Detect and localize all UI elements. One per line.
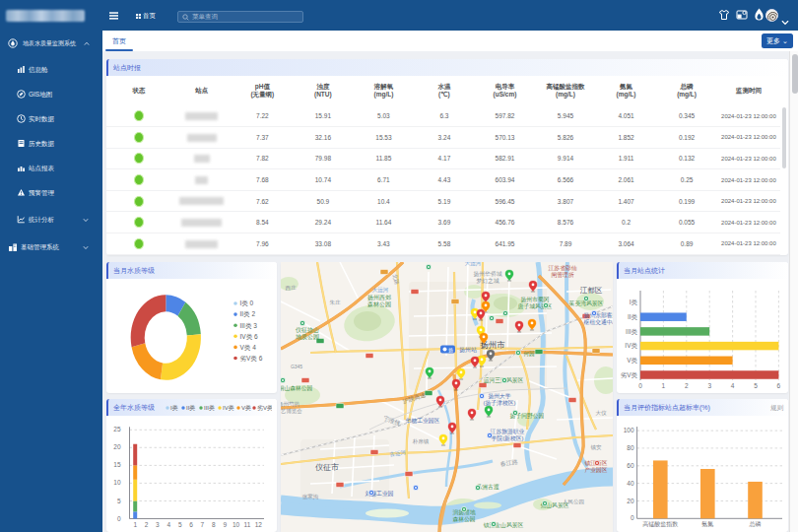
svg-text:扬: 扬 [448,347,453,354]
svg-text:学院(新校区): 学院(新校区) [492,434,524,442]
svg-text:V类 4: V类 4 [240,344,257,351]
svg-text:8: 8 [212,521,216,528]
svg-text:张家沟: 张家沟 [302,494,319,500]
svg-text:40: 40 [627,480,634,487]
svg-text:扬州大学: 扬州大学 [488,393,510,400]
svg-text:7: 7 [201,521,205,528]
svg-text:IV类: IV类 [223,405,234,411]
svg-text:江都区: 江都区 [580,286,603,295]
svg-text:枢纽交通中心: 枢纽交通中心 [584,318,613,325]
svg-text:V类: V类 [241,405,251,411]
svg-text:高锰酸盐指数: 高锰酸盐指数 [642,520,678,528]
svg-text:朱庄: 朱庄 [330,299,342,305]
svg-text:仪征捺山: 仪征捺山 [296,326,319,334]
svg-text:II类: II类 [628,313,638,320]
svg-text:仪征市: 仪征市 [315,463,339,472]
svg-text:5: 5 [178,521,182,528]
svg-text:5: 5 [754,382,758,389]
svg-text:IV类: IV类 [625,342,637,349]
svg-text:扬州站: 扬州站 [459,347,477,354]
svg-text:I类: I类 [630,299,638,305]
svg-text:森林公园: 森林公园 [367,301,391,308]
svg-text:0: 0 [638,382,642,389]
svg-text:森林公园: 森林公园 [452,516,475,523]
svg-text:20: 20 [113,443,121,450]
svg-text:江苏省邵仙: 江苏省邵仙 [549,264,577,272]
svg-text:80: 80 [627,444,634,451]
svg-text:西庄: 西庄 [286,285,298,292]
svg-text:6: 6 [189,521,193,528]
svg-text:10: 10 [113,479,121,486]
svg-text:扬州市蜀冈: 扬州市蜀冈 [521,297,550,303]
svg-text:II类 2: II类 2 [240,310,256,317]
svg-text:镇安: 镇安 [591,444,603,450]
svg-text:镇江金山风景区: 镇江金山风景区 [484,521,524,529]
svg-text:III类 3: III类 3 [240,322,258,329]
svg-text:扬州东部客运: 扬州东部客运 [584,311,613,319]
svg-text:氨氮: 氨氮 [701,520,713,527]
svg-text:(扬子津校区): (扬子津校区) [484,399,516,407]
svg-text:1: 1 [662,382,666,389]
svg-text:1: 1 [133,521,137,528]
svg-text:4: 4 [166,521,170,528]
svg-text:何园: 何园 [523,351,535,358]
svg-text:G345: G345 [291,364,302,369]
svg-text:产业园区: 产业园区 [584,466,607,474]
svg-text:铜山森林公园: 铜山森林公园 [281,384,312,392]
svg-text:60: 60 [627,462,634,469]
svg-text:5: 5 [117,498,121,504]
svg-text:3: 3 [156,521,160,528]
svg-text:扬州芍药: 扬州芍药 [281,401,300,408]
svg-text:扬州西郊: 扬州西郊 [367,295,391,301]
svg-text:大运河: 大运河 [372,287,389,294]
svg-text:劣V类: 劣V类 [621,371,638,379]
svg-text:III类: III类 [626,328,637,335]
svg-text:III类: III类 [204,405,215,411]
svg-text:V类: V类 [627,357,637,364]
svg-text:IV类 6: IV类 6 [240,333,258,340]
svg-text:20: 20 [627,498,634,504]
svg-text:9: 9 [223,521,227,528]
svg-text:15: 15 [113,461,121,468]
svg-text:10: 10 [233,521,240,528]
svg-text:地质公园: 地质公园 [296,334,319,341]
svg-text:大仪: 大仪 [596,410,608,416]
svg-text:I类: I类 [170,405,178,411]
svg-text:11: 11 [244,521,251,528]
svg-text:II类: II类 [186,405,195,411]
svg-text:I类 0: I类 0 [240,299,254,306]
svg-text:6: 6 [777,382,781,389]
svg-text:总磷: 总磷 [749,521,762,527]
svg-text:100: 100 [624,427,634,433]
svg-text:劣V类: 劣V类 [257,405,272,412]
svg-text:3: 3 [707,382,711,389]
svg-text:华糖工业园区: 华糖工业园区 [406,417,440,425]
svg-text:扬州华侨城: 扬州华侨城 [474,271,502,278]
svg-text:园艺博览会: 园艺博览会 [281,408,302,415]
svg-text:朴席镇: 朴席镇 [412,438,430,444]
svg-text:闸管理所: 闸管理所 [551,271,573,279]
svg-text:25: 25 [113,426,121,432]
svg-text:2: 2 [145,521,149,528]
svg-text:12: 12 [255,521,263,528]
svg-text:0: 0 [117,515,121,522]
svg-text:梦幻之城: 梦幻之城 [476,278,499,285]
svg-text:劣V类 6: 劣V类 6 [240,355,263,363]
svg-text:0: 0 [631,514,634,521]
svg-text:2: 2 [685,382,689,389]
svg-text:江苏旅游职业: 江苏旅游职业 [491,428,525,435]
svg-text:4: 4 [731,382,735,389]
